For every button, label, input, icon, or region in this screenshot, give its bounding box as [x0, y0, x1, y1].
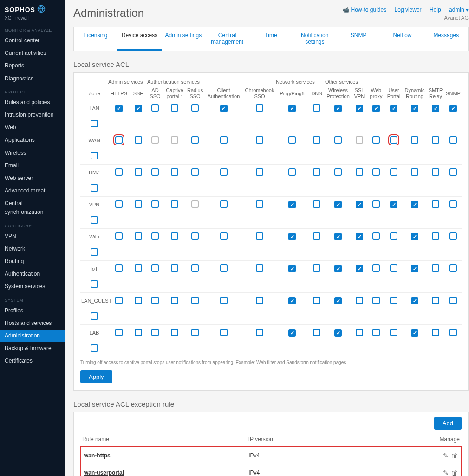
acl-checkbox[interactable]	[313, 136, 320, 144]
acl-checkbox[interactable]	[256, 297, 263, 304]
acl-checkbox[interactable]	[115, 200, 123, 208]
acl-checkbox[interactable]	[191, 264, 199, 272]
acl-checkbox[interactable]	[449, 297, 457, 304]
acl-checkbox[interactable]	[220, 232, 228, 240]
acl-checkbox[interactable]	[288, 329, 296, 337]
acl-checkbox[interactable]	[135, 264, 142, 272]
acl-checkbox[interactable]	[372, 329, 380, 336]
acl-checkbox[interactable]	[390, 232, 397, 240]
acl-checkbox[interactable]	[256, 168, 263, 176]
acl-checkbox[interactable]	[288, 105, 296, 112]
acl-checkbox[interactable]	[390, 201, 397, 208]
edit-icon[interactable]: ✎	[443, 469, 449, 476]
acl-checkbox[interactable]	[411, 136, 418, 144]
acl-checkbox[interactable]	[372, 232, 380, 240]
acl-checkbox[interactable]	[220, 264, 228, 272]
acl-checkbox[interactable]	[372, 264, 380, 272]
acl-checkbox[interactable]	[390, 105, 397, 112]
acl-checkbox[interactable]	[171, 168, 178, 176]
acl-checkbox[interactable]	[449, 232, 457, 240]
acl-checkbox[interactable]	[115, 168, 123, 176]
acl-checkbox[interactable]	[220, 329, 228, 336]
delete-icon[interactable]: 🗑	[451, 469, 458, 476]
acl-checkbox[interactable]	[372, 297, 380, 304]
tab-time[interactable]: Time	[249, 27, 293, 51]
acl-checkbox[interactable]	[432, 297, 439, 304]
acl-checkbox[interactable]	[313, 264, 320, 272]
acl-checkbox[interactable]	[372, 105, 380, 112]
nav-item-vpn[interactable]: VPN	[0, 230, 65, 243]
acl-checkbox[interactable]	[288, 168, 296, 176]
tab-device-access[interactable]: Device access	[117, 27, 161, 51]
acl-checkbox[interactable]	[390, 168, 397, 176]
acl-checkbox[interactable]	[288, 201, 296, 208]
nav-item-central-synchronization[interactable]: Central synchronization	[0, 197, 65, 218]
acl-checkbox[interactable]	[91, 184, 98, 192]
nav-item-advanced-threat[interactable]: Advanced threat	[0, 185, 65, 197]
acl-checkbox[interactable]	[372, 168, 380, 176]
acl-checkbox[interactable]	[256, 264, 263, 272]
acl-checkbox[interactable]	[449, 264, 457, 272]
acl-checkbox[interactable]	[432, 200, 439, 208]
acl-checkbox[interactable]	[288, 265, 296, 272]
nav-item-administration[interactable]: Administration	[0, 330, 65, 342]
acl-checkbox[interactable]	[372, 136, 380, 144]
acl-checkbox[interactable]	[151, 264, 159, 272]
acl-checkbox[interactable]	[449, 168, 457, 176]
acl-checkbox[interactable]	[220, 136, 228, 144]
acl-checkbox[interactable]	[220, 200, 228, 208]
acl-checkbox[interactable]	[449, 105, 457, 112]
nav-item-rules-and-policies[interactable]: Rules and policies	[0, 96, 65, 109]
acl-checkbox[interactable]	[432, 329, 439, 336]
nav-item-web-server[interactable]: Web server	[0, 172, 65, 185]
tab-netflow[interactable]: Netflow	[380, 27, 424, 51]
acl-checkbox[interactable]	[432, 136, 439, 144]
acl-checkbox[interactable]	[171, 104, 178, 112]
acl-checkbox[interactable]	[220, 105, 228, 112]
nav-item-network[interactable]: Network	[0, 243, 65, 255]
acl-checkbox[interactable]	[390, 329, 397, 336]
nav-item-applications[interactable]: Applications	[0, 134, 65, 146]
log-viewer-link[interactable]: Log viewer	[395, 7, 422, 13]
acl-checkbox[interactable]	[135, 329, 142, 336]
acl-checkbox[interactable]	[220, 168, 228, 176]
acl-checkbox[interactable]	[390, 136, 397, 144]
acl-checkbox[interactable]	[115, 105, 123, 112]
acl-checkbox[interactable]	[334, 168, 342, 176]
nav-item-email[interactable]: Email	[0, 159, 65, 172]
acl-checkbox[interactable]	[151, 297, 159, 304]
acl-checkbox[interactable]	[171, 200, 178, 208]
nav-item-hosts-and-services[interactable]: Hosts and services	[0, 317, 65, 330]
acl-checkbox[interactable]	[449, 200, 457, 208]
acl-checkbox[interactable]	[115, 136, 123, 144]
acl-checkbox[interactable]	[171, 264, 178, 272]
acl-checkbox[interactable]	[91, 120, 98, 127]
acl-checkbox[interactable]	[356, 233, 363, 240]
help-link[interactable]: Help	[430, 7, 441, 13]
nav-item-intrusion-prevention[interactable]: Intrusion prevention	[0, 109, 65, 121]
nav-item-diagnostics[interactable]: Diagnostics	[0, 73, 65, 85]
acl-checkbox[interactable]	[390, 264, 397, 272]
acl-checkbox[interactable]	[411, 168, 418, 176]
acl-checkbox[interactable]	[334, 105, 342, 112]
acl-checkbox[interactable]	[313, 200, 320, 208]
acl-checkbox[interactable]	[91, 152, 98, 159]
acl-checkbox[interactable]	[288, 136, 296, 144]
add-exception-button[interactable]: Add	[434, 417, 462, 430]
acl-checkbox[interactable]	[334, 136, 342, 144]
acl-checkbox[interactable]	[135, 136, 142, 144]
acl-checkbox[interactable]	[135, 168, 142, 176]
acl-checkbox[interactable]	[356, 329, 363, 336]
acl-checkbox[interactable]	[313, 232, 320, 240]
tab-admin-settings[interactable]: Admin settings	[162, 27, 205, 51]
acl-checkbox[interactable]	[411, 233, 418, 240]
nav-item-backup-firmware[interactable]: Backup & firmware	[0, 342, 65, 355]
nav-item-system-services[interactable]: System services	[0, 280, 65, 293]
acl-checkbox[interactable]	[256, 136, 263, 144]
acl-checkbox[interactable]	[372, 200, 380, 208]
acl-checkbox[interactable]	[115, 232, 123, 240]
tab-notification-settings[interactable]: Notification settings	[293, 27, 337, 51]
nav-item-reports[interactable]: Reports	[0, 60, 65, 72]
acl-checkbox[interactable]	[411, 265, 418, 272]
acl-checkbox[interactable]	[334, 233, 342, 240]
